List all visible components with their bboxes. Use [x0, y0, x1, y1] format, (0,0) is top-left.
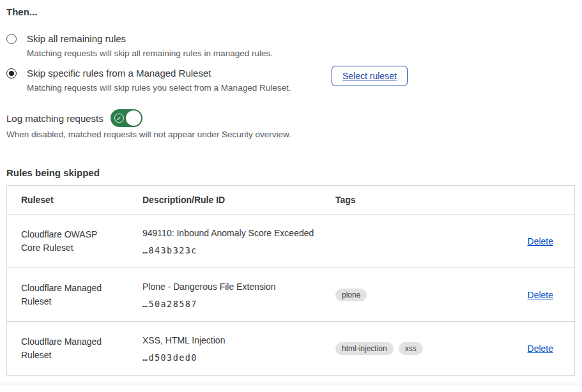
delete-link[interactable]: Delete	[528, 290, 553, 300]
rules-being-skipped-heading: Rules being skipped	[6, 167, 100, 178]
table-header-row: Ruleset Description/Rule ID Tags	[7, 186, 574, 215]
rules-skipped-table: Ruleset Description/Rule ID Tags Cloudfl…	[6, 185, 575, 376]
radio-button-icon[interactable]	[6, 34, 17, 44]
then-heading: Then...	[6, 6, 37, 17]
log-toggle-help-text: When disabled, matched requests will not…	[6, 130, 291, 139]
check-icon: ✓	[114, 114, 124, 123]
radio-option-label[interactable]: Skip all remaining rules	[27, 32, 273, 46]
ruleset-cell: Cloudflare Managed Ruleset	[7, 335, 142, 362]
description-cell: Plone - Dangerous File Extension …50a285…	[142, 281, 335, 309]
table-body: Cloudflare OWASP Core Ruleset 949110: In…	[7, 215, 574, 375]
ruleset-cell: Cloudflare OWASP Core Ruleset	[7, 228, 142, 255]
radio-option-skip-specific[interactable]: Skip specific rules from a Managed Rules…	[6, 66, 291, 94]
action-cell: Delete	[460, 343, 574, 354]
description-cell: XSS, HTML Injection …d503ded0	[142, 335, 335, 363]
ruleset-cell: Cloudflare Managed Ruleset	[7, 282, 142, 308]
action-cell: Delete	[460, 289, 574, 301]
log-matching-requests-label: Log matching requests	[6, 113, 103, 124]
table-row: Cloudflare OWASP Core Ruleset 949110: In…	[7, 215, 574, 268]
radio-option-label[interactable]: Skip specific rules from a Managed Rules…	[27, 66, 291, 80]
radio-button-icon[interactable]	[6, 68, 17, 79]
delete-link[interactable]: Delete	[528, 236, 553, 246]
tag-badge: plone	[335, 289, 367, 301]
rule-description: Plone - Dangerous File Extension	[142, 281, 325, 292]
section-divider	[0, 384, 582, 384]
table-row: Cloudflare Managed Ruleset XSS, HTML Inj…	[7, 322, 574, 375]
tags-cell: plone	[335, 289, 460, 301]
select-ruleset-button[interactable]: Select ruleset	[332, 66, 408, 86]
toggle-knob	[126, 110, 141, 126]
description-cell: 949110: Inbound Anomaly Score Exceeded ……	[142, 227, 335, 255]
radio-option-description: Matching requests will skip all remainin…	[27, 47, 273, 60]
radio-option-description: Matching requests will skip rules you se…	[27, 82, 291, 94]
column-header-description: Description/Rule ID	[142, 195, 335, 205]
log-matching-requests-toggle[interactable]: ✓	[111, 109, 142, 127]
delete-link[interactable]: Delete	[528, 343, 553, 354]
rule-description: 949110: Inbound Anomaly Score Exceeded	[142, 227, 325, 239]
radio-option-skip-all[interactable]: Skip all remaining rules Matching reques…	[6, 32, 273, 60]
rule-id: …d503ded0	[142, 352, 325, 363]
column-header-tags: Tags	[335, 195, 460, 205]
rule-description: XSS, HTML Injection	[142, 335, 325, 346]
column-header-ruleset: Ruleset	[7, 195, 142, 205]
tags-cell: html-injectionxss	[335, 342, 460, 355]
action-cell: Delete	[460, 236, 574, 247]
tag-badge: html-injection	[335, 342, 394, 355]
rule-id: …843b323c	[142, 245, 325, 255]
tag-badge: xss	[399, 342, 423, 355]
rule-id: …50a28587	[142, 299, 325, 309]
then-section: Then... Skip all remaining rules Matchin…	[0, 0, 582, 392]
table-row: Cloudflare Managed Ruleset Plone - Dange…	[7, 268, 574, 322]
